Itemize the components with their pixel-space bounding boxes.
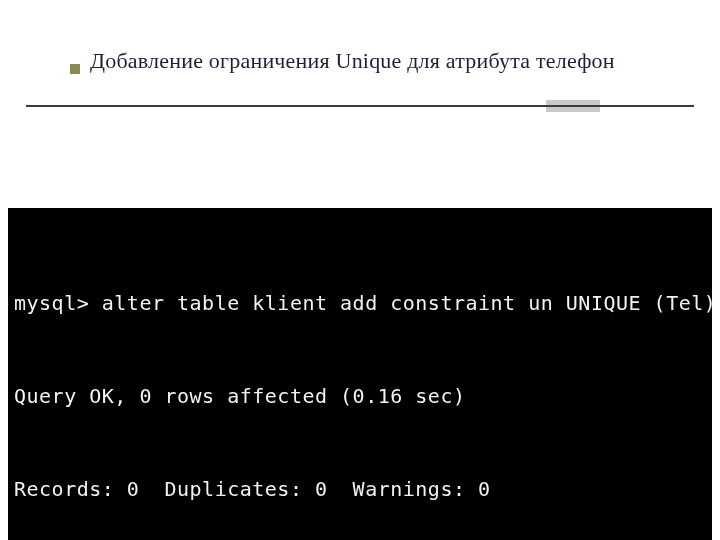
terminal-line: Records: 0 Duplicates: 0 Warnings: 0 bbox=[14, 474, 706, 505]
title-row: Добавление ограничения Unique для атрибу… bbox=[70, 48, 680, 74]
slide-title: Добавление ограничения Unique для атрибу… bbox=[90, 48, 615, 74]
mysql-terminal: mysql> alter table klient add constraint… bbox=[8, 208, 712, 540]
slide: Добавление ограничения Unique для атрибу… bbox=[0, 0, 720, 540]
terminal-line: Query OK, 0 rows affected (0.16 sec) bbox=[14, 381, 706, 412]
title-area: Добавление ограничения Unique для атрибу… bbox=[0, 48, 720, 74]
square-bullet-icon bbox=[70, 64, 80, 74]
title-underline bbox=[0, 100, 720, 112]
terminal-line: mysql> alter table klient add constraint… bbox=[14, 288, 706, 319]
underline-line bbox=[26, 105, 694, 107]
